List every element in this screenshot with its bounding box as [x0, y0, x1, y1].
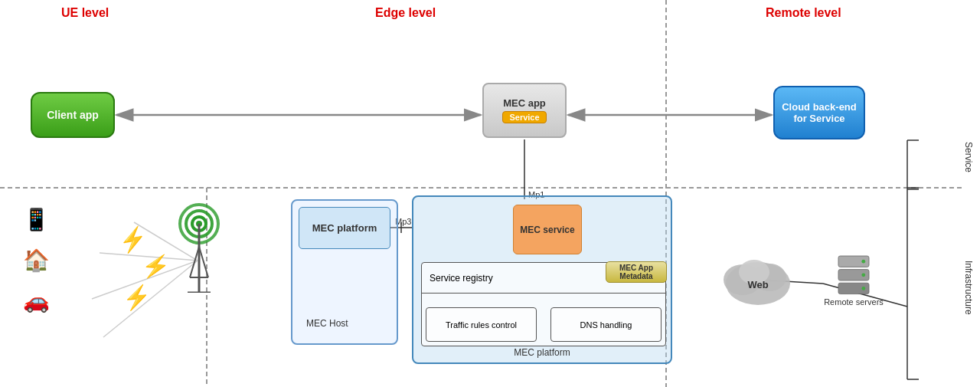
mec-host-label: MEC Host: [306, 318, 348, 329]
mec-platform-inner-label: MEC platform: [413, 347, 671, 358]
service-side-label: Service: [963, 142, 974, 172]
svg-line-29: [199, 247, 208, 277]
remote-servers-label: Remote servers: [824, 297, 884, 307]
mec-app-metadata-badge: MEC App Metadata: [606, 261, 667, 283]
svg-point-38: [861, 260, 865, 264]
ue-level-label: UE level: [61, 6, 109, 20]
edge-level-label: Edge level: [375, 6, 436, 20]
cloud-backend-node: Cloud back-end for Service: [773, 86, 865, 139]
lightning-2: ⚡: [141, 251, 172, 280]
svg-text:Web: Web: [747, 279, 768, 290]
svg-point-40: [861, 287, 865, 290]
service-registry-area: Service registry MEC App Metadata Traffi…: [421, 262, 666, 346]
svg-line-28: [190, 247, 199, 277]
dns-handling-box: DNS handling: [550, 307, 662, 342]
ue-icons-group: 📱 🏠 🚗: [23, 207, 50, 313]
service-registry-row: Service registry MEC App Metadata: [422, 263, 665, 294]
house-icon: 🏠: [23, 248, 50, 273]
lightning-3: ⚡: [122, 282, 152, 311]
service-registry-label: Service registry: [430, 273, 493, 284]
remote-servers: Remote servers: [823, 253, 884, 307]
vehicle-icon: 🚗: [23, 288, 50, 313]
phone-icon: 📱: [23, 207, 50, 232]
mec-service-box: MEC service: [513, 205, 582, 254]
traffic-rules-box: Traffic rules control: [426, 307, 537, 342]
antenna-tower: [176, 201, 222, 295]
mec-app-node: MEC app Service: [482, 83, 567, 138]
web-cloud: Web: [720, 245, 796, 307]
mec-platform-inner: MEC service Service registry MEC App Met…: [412, 195, 672, 364]
lightning-1: ⚡: [116, 224, 149, 255]
infrastructure-side-label: Infrastructure: [963, 261, 974, 315]
client-app-node: Client app: [31, 92, 115, 138]
service-badge: Service: [502, 111, 546, 123]
svg-point-39: [861, 273, 865, 277]
diagram: UE level Edge level Remote level Client …: [0, 0, 980, 387]
mec-app-label: MEC app: [503, 97, 546, 109]
remote-level-label: Remote level: [766, 6, 841, 20]
mec-platform-host: MEC platform: [299, 207, 390, 249]
